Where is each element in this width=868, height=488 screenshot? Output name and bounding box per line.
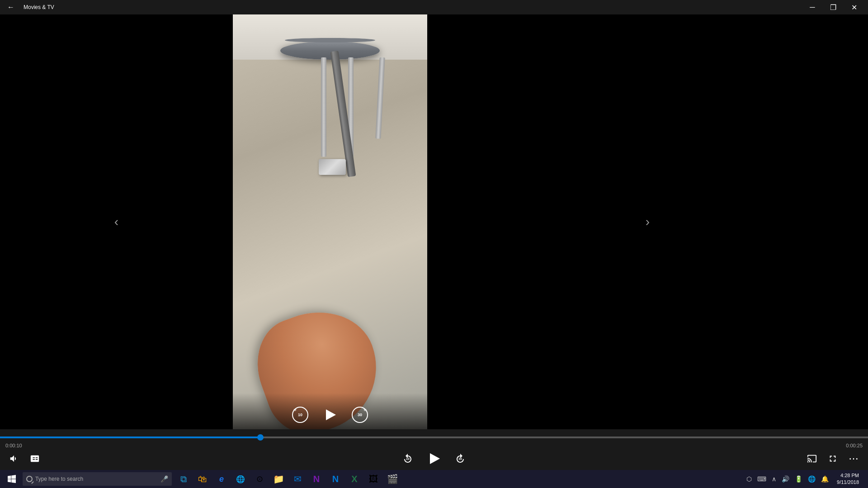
windows-icon [8, 475, 16, 483]
controls-right: ⋯ [805, 451, 861, 466]
play-button[interactable] [426, 450, 442, 467]
taskbar-right: ⬡ ⌨ ∧ 🔊 🔋 🌐 🔔 4:28 PM 9/11/2018 [745, 472, 866, 486]
time-display: 0:00:10 0:00:25 [0, 442, 868, 449]
title-bar: ← Movies & TV ─ ❐ ✕ [0, 0, 868, 14]
progress-track[interactable] [0, 436, 868, 438]
store-icon: 🛍 [198, 474, 207, 484]
edge-icon: 🌐 [236, 475, 245, 483]
microphone-icon: 🎤 [160, 475, 168, 483]
skip-forward-overlay-button[interactable]: ↻ 30 [352, 407, 368, 423]
connector-box [319, 159, 346, 175]
explorer-icon: 📁 [273, 474, 284, 484]
window-controls: ─ ❐ ✕ [802, 0, 864, 14]
equipment-leg-3 [375, 57, 385, 139]
volume-icon [9, 454, 19, 464]
captions-button[interactable] [28, 452, 42, 465]
photos-icon: 🖼 [369, 474, 378, 484]
controls-left [7, 452, 42, 465]
back-button[interactable]: ← [4, 1, 18, 13]
left-panel: ‹ [0, 14, 233, 429]
equipment-leg-1 [321, 57, 326, 157]
title-bar-left: ← Movies & TV [4, 1, 54, 13]
taskbar-app-edge[interactable]: 🌐 [231, 470, 250, 488]
taskbar-app-store[interactable]: 🛍 [193, 470, 212, 488]
cast-button[interactable] [805, 452, 819, 465]
volume-button[interactable] [7, 452, 21, 465]
controls-row: 10 30 [0, 451, 868, 466]
taskbar-app-photos[interactable]: 🖼 [364, 470, 382, 488]
tray-network-icon[interactable]: ⬡ [745, 474, 754, 483]
play-triangle [326, 409, 336, 420]
taskbar-app-taskview[interactable]: ⧉ [175, 470, 193, 488]
tray-volume-icon[interactable]: 🔊 [780, 474, 791, 483]
fullscreen-icon [828, 454, 838, 464]
outlook-icon: ✉ [294, 474, 302, 484]
prev-button[interactable]: ‹ [109, 210, 124, 234]
main-area: ‹ ↺ 10 [0, 14, 868, 429]
total-time: 0:00:25 [846, 443, 863, 448]
clock-time: 4:28 PM [837, 472, 859, 479]
chrome-icon: ⊙ [256, 474, 263, 484]
start-button[interactable] [2, 470, 22, 488]
ie-icon: e [219, 474, 224, 484]
taskbar-app-explorer[interactable]: 📁 [269, 470, 288, 488]
play-triangle-ctrl [430, 453, 440, 464]
taskbar-search[interactable]: Type here to search 🎤 [23, 472, 172, 486]
video-frame [233, 14, 427, 429]
progress-thumb[interactable] [257, 434, 264, 441]
tray-notification-icon[interactable]: 🔔 [819, 474, 830, 483]
close-button[interactable]: ✕ [844, 0, 864, 14]
taskbar-app-outlook[interactable]: ✉ [288, 470, 307, 488]
taskbar-app-onenote-blue[interactable]: N [326, 470, 344, 488]
clock-date: 9/11/2018 [837, 479, 859, 486]
films-icon: 🎬 [387, 474, 398, 484]
fullscreen-button[interactable] [826, 452, 840, 465]
cast-icon [807, 454, 817, 464]
tray-battery-icon[interactable]: 🔋 [793, 474, 804, 483]
play-icon [322, 407, 338, 423]
taskview-icon: ⧉ [180, 474, 187, 484]
skip-back-circle: ↺ 10 [292, 407, 308, 423]
controls-center: 10 30 [401, 450, 467, 467]
onenote-purple-icon: N [313, 474, 320, 484]
taskbar-app-ie[interactable]: e [212, 470, 231, 488]
skip-back-overlay-button[interactable]: ↺ 10 [292, 407, 308, 423]
taskbar-app-chrome[interactable]: ⊙ [250, 470, 269, 488]
onenote-blue-icon: N [332, 474, 339, 484]
captions-icon [30, 454, 40, 464]
video-overlay-controls: ↺ 10 ↻ 30 [233, 393, 427, 429]
progress-fill [0, 436, 260, 438]
search-icon [26, 476, 33, 482]
taskbar: Type here to search 🎤 ⧉ 🛍 e 🌐 ⊙ 📁 ✉ [0, 470, 868, 488]
skip-forward-circle: ↻ 30 [352, 407, 368, 423]
tray-wifi-icon[interactable]: 🌐 [806, 474, 817, 483]
search-placeholder-text: Type here to search [35, 476, 83, 482]
progress-container[interactable] [0, 433, 868, 442]
app-title: Movies & TV [24, 4, 54, 10]
minimize-button[interactable]: ─ [802, 0, 823, 14]
play-overlay-button[interactable] [322, 407, 338, 423]
right-panel: › [427, 14, 868, 429]
skip-back-button[interactable]: 10 [401, 451, 415, 466]
controls-bar: 0:00:10 0:00:25 [0, 429, 868, 470]
next-button[interactable]: › [640, 210, 655, 234]
equipment-platform [280, 42, 380, 60]
excel-icon: X [351, 474, 357, 484]
taskbar-apps: ⧉ 🛍 e 🌐 ⊙ 📁 ✉ N N [175, 470, 401, 488]
taskbar-clock[interactable]: 4:28 PM 9/11/2018 [833, 472, 863, 486]
taskbar-app-excel[interactable]: X [345, 470, 363, 488]
system-tray: ⬡ ⌨ ∧ 🔊 🔋 🌐 🔔 [745, 474, 830, 483]
video-container: ↺ 10 ↻ 30 [233, 14, 427, 429]
restore-button[interactable]: ❐ [823, 0, 844, 14]
skip-forward-button[interactable]: 30 [453, 451, 467, 466]
taskbar-app-films[interactable]: 🎬 [383, 470, 401, 488]
more-options-button[interactable]: ⋯ [847, 451, 861, 466]
more-icon: ⋯ [849, 453, 859, 465]
tray-up-arrow-icon[interactable]: ∧ [770, 474, 778, 483]
tray-keyboard-icon[interactable]: ⌨ [755, 474, 768, 483]
taskbar-app-onenote-purple[interactable]: N [307, 470, 326, 488]
current-time: 0:00:10 [5, 443, 22, 448]
